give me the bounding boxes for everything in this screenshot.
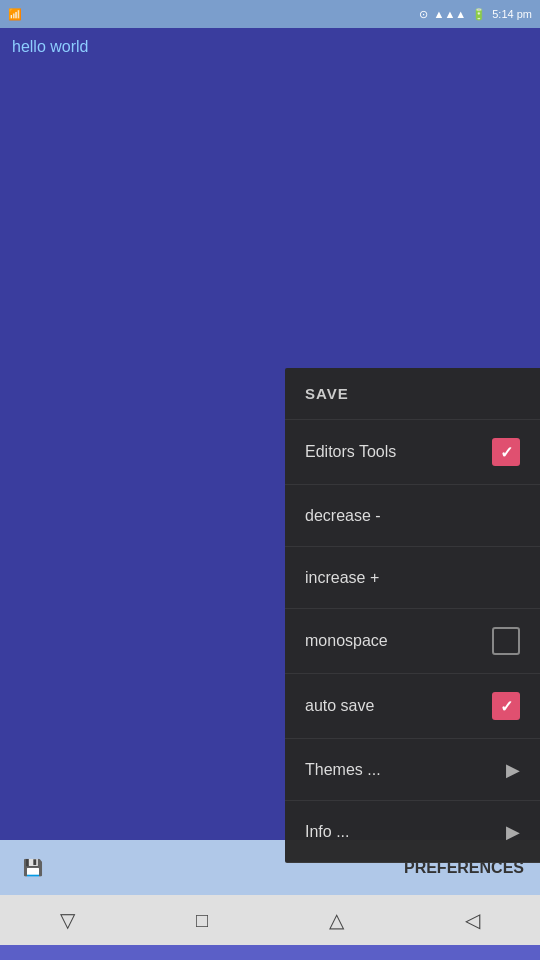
save-file-icon: 💾 [23,858,43,877]
monospace-checkbox[interactable] [492,627,520,655]
status-right: ⊙ ▲▲▲ 🔋 5:14 pm [419,8,532,21]
nav-bar: ▽ □ △ ◁ [0,895,540,945]
monospace-label: monospace [305,632,388,650]
menu-item-themes[interactable]: Themes ... ▶ [285,739,540,801]
menu-item-editors-tools[interactable]: Editors Tools [285,420,540,485]
auto-save-checkbox[interactable] [492,692,520,720]
status-left: 📶 [8,8,22,21]
nav-down-icon[interactable]: ▽ [60,908,75,932]
dropdown-menu: SAVE Editors Tools decrease - increase +… [285,368,540,863]
nav-square-icon[interactable]: □ [196,909,208,932]
themes-arrow-icon: ▶ [506,759,520,781]
themes-label: Themes ... [305,761,381,779]
time-display: 5:14 pm [492,8,532,20]
nav-home-icon[interactable]: △ [329,908,344,932]
editor-content: hello world [0,28,540,66]
menu-item-save[interactable]: SAVE [285,368,540,420]
save-file-button[interactable]: 💾 [16,851,50,885]
info-arrow-icon: ▶ [506,821,520,843]
battery-icon: 🔋 [472,8,486,21]
increase-label: increase + [305,569,379,587]
editors-tools-label: Editors Tools [305,443,396,461]
editors-tools-checkbox[interactable] [492,438,520,466]
save-label: SAVE [305,385,349,402]
info-label: Info ... [305,823,349,841]
status-bar: 📶 ⊙ ▲▲▲ 🔋 5:14 pm [0,0,540,28]
wifi-icon: 📶 [8,8,22,21]
menu-item-auto-save[interactable]: auto save [285,674,540,739]
auto-save-label: auto save [305,697,374,715]
menu-item-info[interactable]: Info ... ▶ [285,801,540,863]
signal-icon: ▲▲▲ [434,8,467,20]
menu-item-increase[interactable]: increase + [285,547,540,609]
menu-item-decrease[interactable]: decrease - [285,485,540,547]
editor-area[interactable]: hello world SAVE Editors Tools decrease … [0,28,540,840]
location-icon: ⊙ [419,8,428,21]
nav-back-icon[interactable]: ◁ [465,908,480,932]
menu-item-monospace[interactable]: monospace [285,609,540,674]
decrease-label: decrease - [305,507,381,525]
